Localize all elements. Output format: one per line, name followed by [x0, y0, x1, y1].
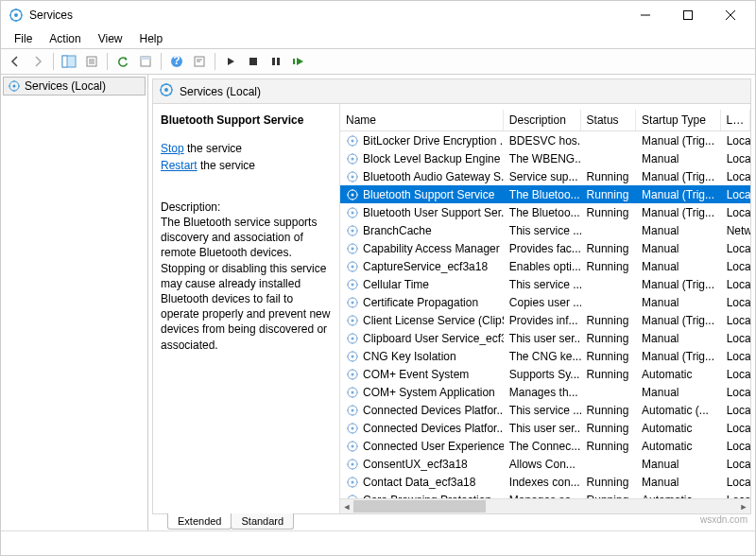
tab-extended[interactable]: Extended — [167, 513, 232, 530]
svg-point-44 — [352, 355, 354, 357]
properties-button[interactable] — [135, 51, 156, 72]
pane-header-title: Services (Local) — [180, 85, 261, 98]
stop-service-button[interactable] — [243, 51, 264, 72]
cell-status: Running — [581, 367, 637, 382]
cell-logon: Loca — [721, 457, 750, 472]
tab-standard[interactable]: Standard — [231, 513, 294, 530]
cell-description: Provides fac... — [504, 241, 581, 256]
service-row[interactable]: COM+ System ApplicationManages th...Manu… — [340, 383, 750, 401]
separator — [53, 53, 54, 70]
menu-help[interactable]: Help — [132, 30, 171, 47]
service-row[interactable]: BranchCacheThis service ...ManualNetw — [340, 221, 750, 239]
cell-logon: Loca — [721, 313, 750, 328]
service-row[interactable]: Bluetooth User Support Ser...The Bluetoo… — [340, 203, 750, 221]
forward-button[interactable] — [27, 51, 48, 72]
service-row[interactable]: Clipboard User Service_ecf3...This user … — [340, 329, 750, 347]
column-description[interactable]: Description — [504, 110, 581, 130]
pause-service-button[interactable] — [266, 51, 286, 72]
properties-alt-button[interactable] — [189, 51, 210, 72]
list-header: Name Description Status Startup Type Log — [340, 110, 750, 131]
service-row[interactable]: Connected User Experience...The Connec..… — [340, 437, 750, 455]
services-list[interactable]: BitLocker Drive Encryption ...BDESVC hos… — [340, 131, 750, 498]
cell-name: Clipboard User Service_ecf3... — [340, 331, 504, 346]
back-button[interactable] — [5, 51, 26, 72]
menu-view[interactable]: View — [91, 30, 130, 47]
cell-description: Enables opti... — [504, 259, 581, 274]
cell-startup: Manual — [636, 151, 721, 166]
cell-name: COM+ System Application — [340, 385, 504, 400]
cell-description: BDESVC hos... — [504, 133, 581, 148]
separator — [215, 53, 215, 70]
cell-name: Connected Devices Platfor... — [340, 421, 504, 436]
refresh-button[interactable] — [112, 51, 133, 72]
minimize-button[interactable] — [624, 2, 666, 28]
menu-action[interactable]: Action — [42, 30, 88, 47]
cell-startup: Automatic (... — [636, 403, 721, 418]
column-name[interactable]: Name — [340, 110, 504, 130]
service-row[interactable]: Certificate PropagationCopies user ...Ma… — [340, 293, 750, 311]
cell-startup: Manual (Trig... — [636, 169, 721, 184]
cell-startup: Manual (Trig... — [636, 349, 721, 364]
show-hide-tree-button[interactable] — [59, 51, 79, 72]
cell-logon: Loca — [721, 295, 750, 310]
close-button[interactable] — [709, 2, 751, 28]
service-row[interactable]: COM+ Event SystemSupports Sy...RunningAu… — [340, 365, 750, 383]
horizontal-scrollbar[interactable]: ◄ ► — [340, 498, 750, 513]
cell-logon: Loca — [721, 241, 750, 256]
service-row[interactable]: Block Level Backup Engine ...The WBENG..… — [340, 149, 750, 167]
service-row[interactable]: CaptureService_ecf3a18Enables opti...Run… — [340, 257, 750, 275]
svg-point-54 — [352, 444, 354, 447]
service-row[interactable]: BitLocker Drive Encryption ...BDESVC hos… — [340, 131, 750, 149]
cell-logon: Loca — [721, 331, 750, 346]
service-row[interactable]: Bluetooth Support ServiceThe Bluetoo...R… — [340, 185, 750, 203]
svg-point-36 — [352, 283, 354, 286]
cell-startup: Manual (Trig... — [636, 133, 721, 148]
cell-logon: Netw — [721, 223, 750, 238]
cell-logon: Loca — [721, 151, 750, 166]
column-startup-type[interactable]: Startup Type — [636, 110, 721, 130]
service-row[interactable]: Client License Service (ClipS...Provides… — [340, 311, 750, 329]
cell-logon: Loca — [721, 349, 750, 364]
svg-rect-7 — [141, 57, 150, 60]
service-row[interactable]: Core Browsing ProtectionManages se...Run… — [340, 491, 750, 498]
tree-item-services-local[interactable]: Services (Local) — [3, 77, 146, 96]
column-status[interactable]: Status — [581, 110, 637, 130]
service-row[interactable]: Contact Data_ecf3a18Indexes con...Runnin… — [340, 473, 750, 491]
cell-name: CaptureService_ecf3a18 — [340, 259, 504, 274]
view-tabs: Extended Standard — [152, 514, 751, 530]
description-text: The Bluetooth service supports discovery… — [161, 215, 334, 353]
column-logon[interactable]: Log — [721, 110, 750, 130]
start-service-button[interactable] — [220, 51, 241, 72]
service-row[interactable]: Cellular TimeThis service ...Manual (Tri… — [340, 275, 750, 293]
scrollbar-thumb[interactable] — [353, 500, 486, 513]
scroll-right-icon[interactable]: ► — [737, 499, 750, 514]
service-row[interactable]: CNG Key IsolationThe CNG ke...RunningMan… — [340, 347, 750, 365]
cell-logon: Loca — [721, 277, 750, 292]
watermark: wsxdn.com — [700, 514, 747, 525]
navigation-tree: Services (Local) — [1, 75, 148, 530]
service-row[interactable]: Connected Devices Platfor...This user se… — [340, 419, 750, 437]
cell-description: Supports Sy... — [504, 367, 581, 382]
service-row[interactable]: Bluetooth Audio Gateway S...Service sup.… — [340, 167, 750, 185]
svg-point-58 — [352, 480, 354, 483]
restart-link[interactable]: Restart — [161, 159, 198, 172]
cell-status — [581, 140, 637, 142]
svg-point-52 — [352, 426, 354, 429]
svg-point-32 — [352, 247, 354, 250]
help-button[interactable]: ? — [166, 51, 187, 72]
status-bar — [1, 530, 755, 555]
maximize-button[interactable] — [666, 2, 709, 28]
stop-link[interactable]: Stop — [161, 142, 184, 155]
cell-description: This service ... — [504, 277, 581, 292]
svg-point-56 — [352, 462, 354, 465]
service-row[interactable]: Connected Devices Platfor...This service… — [340, 401, 750, 419]
export-button[interactable] — [81, 51, 102, 72]
service-row[interactable]: ConsentUX_ecf3a18Allows Con...ManualLoca — [340, 455, 750, 473]
menu-file[interactable]: File — [7, 30, 40, 47]
scroll-left-icon[interactable]: ◄ — [340, 499, 353, 514]
cell-name: Block Level Backup Engine ... — [340, 151, 504, 166]
service-row[interactable]: Capability Access Manager ...Provides fa… — [340, 239, 750, 257]
restart-service-button[interactable] — [288, 51, 309, 72]
cell-description: This user ser... — [504, 331, 581, 346]
cell-status: Running — [581, 259, 637, 274]
